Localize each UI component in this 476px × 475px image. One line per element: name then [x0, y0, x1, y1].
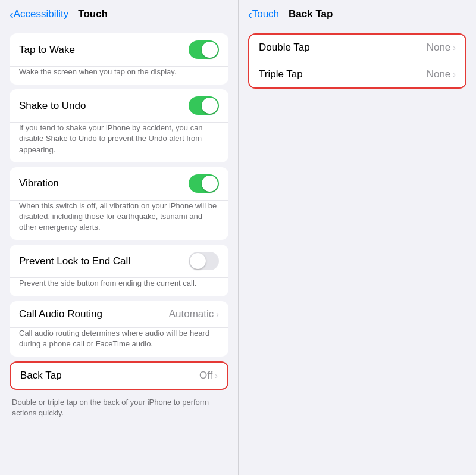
left-panel: ‹ Accessibility Touch Tap to Wake Wake t… — [0, 0, 238, 475]
back-tap-right: Off › — [199, 370, 218, 382]
prevent-lock-label: Prevent Lock to End Call — [19, 255, 130, 267]
right-page-title: Back Tap — [289, 8, 333, 20]
vibration-description: When this switch is off, all vibration o… — [10, 201, 228, 240]
back-tap-row[interactable]: Back Tap Off › — [11, 362, 227, 389]
vibration-card: Vibration When this switch is off, all v… — [10, 167, 228, 240]
left-nav-bar: ‹ Accessibility Touch — [0, 0, 238, 26]
accessibility-back-link[interactable]: Accessibility — [14, 8, 69, 20]
call-audio-chevron-icon: › — [216, 310, 219, 319]
shake-to-undo-label: Shake to Undo — [19, 100, 86, 112]
back-tap-description: Double or triple tap on the back of your… — [10, 395, 228, 426]
shake-to-undo-description: If you tend to shake your iPhone by acci… — [10, 123, 228, 162]
vibration-toggle[interactable] — [189, 174, 219, 193]
shake-to-undo-card: Shake to Undo If you tend to shake your … — [10, 89, 228, 162]
call-audio-right: Automatic › — [169, 308, 219, 320]
triple-tap-value: None — [427, 68, 451, 80]
back-tap-label: Back Tap — [20, 370, 62, 382]
right-scroll-area: Double Tap None › Triple Tap None › — [239, 26, 476, 475]
back-tap-value: Off — [199, 370, 212, 382]
call-audio-card: Call Audio Routing Automatic › Call audi… — [10, 301, 228, 357]
back-tap-options-card: Double Tap None › Triple Tap None › — [248, 33, 466, 89]
shake-to-undo-row: Shake to Undo — [10, 89, 228, 123]
vibration-thumb — [202, 176, 218, 192]
shake-to-undo-thumb — [202, 98, 218, 114]
prevent-lock-row: Prevent Lock to End Call — [10, 245, 228, 278]
tap-to-wake-label: Tap to Wake — [19, 44, 75, 56]
call-audio-description: Call audio routing determines where audi… — [10, 328, 228, 357]
call-audio-label: Call Audio Routing — [19, 308, 102, 320]
tap-to-wake-toggle[interactable] — [189, 40, 219, 59]
triple-tap-label: Triple Tap — [259, 68, 303, 80]
right-back-link[interactable]: Touch — [252, 8, 279, 20]
tap-to-wake-card: Tap to Wake Wake the screen when you tap… — [10, 33, 228, 85]
prevent-lock-thumb — [190, 253, 206, 269]
right-panel: ‹ Touch Back Tap Double Tap None › Tripl… — [238, 0, 476, 475]
triple-tap-right: None › — [427, 68, 456, 80]
tap-to-wake-thumb — [202, 42, 218, 58]
double-tap-chevron-icon: › — [453, 43, 456, 52]
call-audio-row[interactable]: Call Audio Routing Automatic › — [10, 301, 228, 328]
back-chevron-icon: ‹ — [10, 8, 14, 20]
prevent-lock-toggle[interactable] — [189, 252, 219, 270]
back-tap-card: Back Tap Off › — [10, 361, 228, 390]
prevent-lock-card: Prevent Lock to End Call Prevent the sid… — [10, 245, 228, 296]
double-tap-row[interactable]: Double Tap None › — [249, 35, 465, 61]
vibration-row: Vibration — [10, 167, 228, 201]
right-nav-bar: ‹ Touch Back Tap — [239, 0, 476, 26]
left-scroll-area: Tap to Wake Wake the screen when you tap… — [0, 26, 238, 475]
prevent-lock-description: Prevent the side button from ending the … — [10, 278, 228, 296]
vibration-label: Vibration — [19, 177, 59, 189]
double-tap-right: None › — [427, 42, 456, 54]
right-back-chevron-icon: ‹ — [248, 8, 252, 20]
left-page-title: Touch — [78, 8, 108, 20]
triple-tap-row[interactable]: Triple Tap None › — [249, 61, 465, 88]
double-tap-value: None — [427, 42, 451, 54]
tap-to-wake-row: Tap to Wake — [10, 33, 228, 67]
double-tap-label: Double Tap — [259, 42, 310, 54]
call-audio-value: Automatic — [169, 308, 214, 320]
triple-tap-chevron-icon: › — [453, 70, 456, 79]
shake-to-undo-toggle[interactable] — [189, 96, 219, 115]
tap-to-wake-description: Wake the screen when you tap on the disp… — [10, 67, 228, 85]
back-tap-chevron-icon: › — [215, 371, 218, 380]
